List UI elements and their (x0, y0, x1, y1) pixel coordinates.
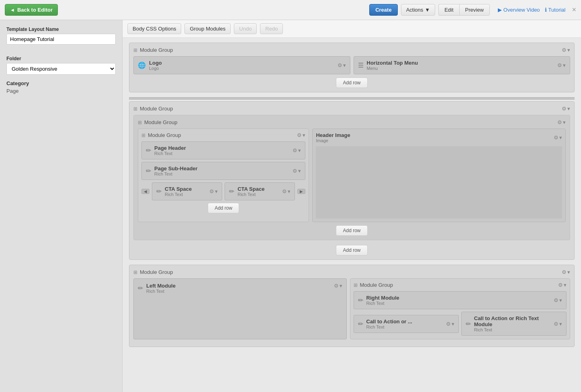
cta-bottom-2-settings[interactable]: ⚙ ▾ (554, 321, 562, 327)
template-name-label: Template Layout Name (6, 27, 116, 32)
edit-icon: ✏ (466, 320, 471, 328)
cta-row: ◀ ✏ CTA Space Rich Text (141, 182, 305, 200)
chevron-down-icon: ▾ (298, 147, 301, 153)
chevron-down-icon: ▾ (298, 168, 301, 174)
add-row-button-left-nested[interactable]: Add row (208, 203, 239, 213)
module-group-1-header: ⊞ Module Group ⚙ ▾ (133, 47, 570, 53)
chevron-down-icon: ▾ (288, 188, 290, 194)
edit-icon: ✏ (146, 167, 151, 175)
gear-icon: ⚙ (297, 132, 302, 138)
header-image-settings[interactable]: ⚙ ▾ (554, 135, 562, 141)
cta-bottom-1-settings[interactable]: ⚙ ▾ (446, 321, 454, 327)
htmenu-module-settings[interactable]: ⚙ ▾ (557, 62, 566, 68)
module-group-1-settings[interactable]: ⚙ ▾ (562, 47, 570, 53)
undo-button[interactable]: Undo (234, 23, 257, 34)
top-bar-links: ▶ Overview Video ℹ Tutorial (498, 7, 566, 13)
nested-group-header: ⊞ Module Group ⚙ ▾ (138, 119, 566, 125)
module-group-2: ⊞ Module Group ⚙ ▾ ⊞ Module Group (129, 101, 575, 260)
left-module-settings[interactable]: ⚙ ▾ (334, 283, 342, 289)
redo-button[interactable]: Redo (260, 23, 283, 34)
resize-handle[interactable] (129, 97, 575, 100)
info-icon: ℹ (545, 7, 547, 13)
module-group-icon: ⊞ (354, 282, 358, 288)
logo-module: 🌐 Logo Logo ⚙ ▾ (133, 56, 350, 74)
page-header-module: ✏ Page Header Rich Text ⚙ ▾ (141, 141, 305, 159)
logo-module-settings[interactable]: ⚙ ▾ (338, 62, 346, 68)
cta-left-arrow[interactable]: ◀ (141, 189, 149, 194)
category-section: Category Page (6, 80, 116, 94)
add-row-button-nested[interactable]: Add row (336, 225, 367, 236)
module-group-2-header: ⊞ Module Group ⚙ ▾ (133, 106, 570, 112)
module-group-1-title: ⊞ Module Group (133, 47, 173, 53)
left-nested-group-settings[interactable]: ⚙ ▾ (297, 132, 305, 138)
menu-icon: ☰ (358, 61, 364, 69)
cta-space-1-module: ✏ CTA Space Rich Text ⚙ ▾ (152, 182, 222, 200)
gear-icon: ⚙ (562, 47, 567, 53)
horizontal-top-menu-module: ☰ Horizontal Top Menu Menu ⚙ ▾ (354, 56, 571, 74)
main-layout: Template Layout Name Folder Golden Respo… (0, 20, 581, 392)
template-name-input[interactable] (6, 34, 116, 45)
cta1-settings[interactable]: ⚙ ▾ (209, 188, 218, 194)
chevron-down-icon: ▾ (567, 269, 570, 275)
gear-icon: ⚙ (554, 135, 558, 141)
folder-select[interactable]: Golden Responsive (6, 63, 116, 75)
cta-bottom-2: ✏ Call to Action or Rich Text Module Ric… (461, 312, 567, 336)
module-group-1: ⊞ Module Group ⚙ ▾ 🌐 Logo (129, 43, 575, 92)
module-group-3-settings[interactable]: ⚙ ▾ (562, 269, 570, 275)
gear-icon: ⚙ (293, 147, 297, 153)
overview-video-link[interactable]: ▶ Overview Video (498, 7, 540, 13)
nested-group-add-row: Add row (138, 225, 566, 236)
module-group-icon: ⊞ (138, 120, 142, 125)
page-header-settings[interactable]: ⚙ ▾ (293, 147, 301, 153)
top-bar: ◄ Back to Editor Create Actions ▼ Edit P… (0, 0, 581, 20)
nested-group-title: ⊞ Module Group (138, 119, 177, 125)
edit-icon: ✏ (358, 296, 363, 304)
edit-icon: ✏ (156, 188, 162, 195)
preview-button[interactable]: Preview (459, 4, 490, 16)
edit-button[interactable]: Edit (438, 4, 459, 16)
left-nested-group: ⊞ Module Group ⚙ ▾ (138, 129, 309, 222)
group-modules-button[interactable]: Group Modules (184, 23, 231, 34)
globe-icon: 🌐 (138, 61, 146, 69)
right-group-settings[interactable]: ⚙ ▾ (558, 282, 567, 288)
add-row-button-1[interactable]: Add row (336, 78, 367, 88)
gear-icon: ⚙ (338, 62, 342, 68)
right-module-settings[interactable]: ⚙ ▾ (554, 297, 562, 303)
actions-chevron-icon: ▼ (425, 7, 430, 13)
gear-icon: ⚙ (557, 119, 562, 125)
module-group-1-add-row: Add row (133, 78, 570, 88)
page-subheader-settings[interactable]: ⚙ ▾ (293, 168, 301, 174)
edit-icon: ✏ (146, 147, 151, 154)
left-nested-group-header: ⊞ Module Group ⚙ ▾ (141, 132, 305, 138)
gear-icon: ⚙ (554, 297, 558, 303)
gear-icon: ⚙ (562, 106, 567, 112)
category-value: Page (6, 88, 116, 94)
tutorial-link[interactable]: ℹ Tutorial (545, 7, 566, 13)
back-to-editor-button[interactable]: ◄ Back to Editor (5, 4, 58, 16)
actions-button[interactable]: Actions ▼ (401, 4, 436, 16)
left-nested-group-title: ⊞ Module Group (141, 132, 181, 138)
edit-icon: ✏ (229, 188, 234, 195)
module-group-2-add-row: Add row (133, 245, 570, 255)
cta-bottom-row: ✏ Call to Action or ... Rich Text ⚙ ▾ (354, 312, 567, 336)
close-button[interactable]: × (572, 6, 576, 14)
nested-group-settings[interactable]: ⚙ ▾ (557, 119, 566, 125)
cta-right-arrow[interactable]: ▶ (297, 189, 305, 194)
right-group-title: ⊞ Module Group (354, 282, 393, 288)
module-group-icon: ⊞ (133, 270, 137, 275)
gear-icon: ⚙ (334, 283, 339, 289)
chevron-down-icon: ▾ (564, 282, 567, 288)
chevron-down-icon: ▾ (559, 135, 562, 141)
gear-icon: ⚙ (282, 188, 287, 194)
cta2-settings[interactable]: ⚙ ▾ (282, 188, 290, 194)
create-button[interactable]: Create (369, 4, 397, 16)
gear-icon: ⚙ (554, 321, 558, 327)
edit-icon: ✏ (358, 320, 363, 328)
module-group-2-settings[interactable]: ⚙ ▾ (562, 106, 570, 112)
right-module-group: ⊞ Module Group ⚙ ▾ ✏ (350, 278, 571, 339)
module-group-3-title: ⊞ Module Group (133, 269, 173, 275)
add-row-button-2[interactable]: Add row (336, 245, 367, 255)
gear-icon: ⚙ (293, 168, 297, 174)
body-css-options-button[interactable]: Body CSS Options (127, 23, 181, 34)
chevron-down-icon: ▾ (452, 321, 454, 327)
